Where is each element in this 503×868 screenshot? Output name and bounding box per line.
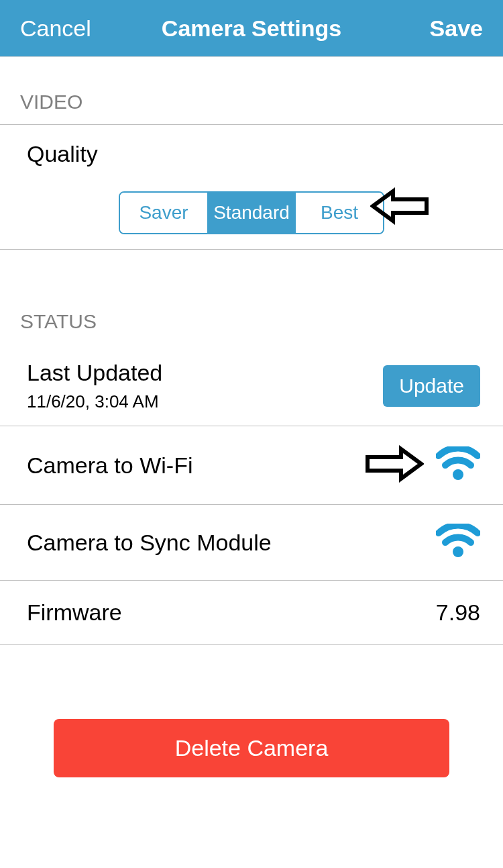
save-button[interactable]: Save [430, 15, 483, 42]
svg-point-1 [453, 546, 463, 557]
last-updated-time: 11/6/20, 3:04 AM [27, 391, 162, 412]
wifi-signal-icon [436, 446, 480, 484]
quality-option-saver[interactable]: Saver [120, 193, 207, 233]
camera-wifi-row: Camera to Wi-Fi [0, 426, 503, 505]
svg-point-0 [453, 469, 463, 480]
firmware-value: 7.98 [436, 599, 480, 626]
status-section-header: STATUS [0, 250, 503, 346]
camera-sync-label: Camera to Sync Module [27, 530, 272, 556]
camera-wifi-label: Camera to Wi-Fi [27, 452, 192, 479]
status-list: Last Updated 11/6/20, 3:04 AM Update Cam… [0, 346, 503, 645]
wifi-signal-icon [436, 524, 480, 561]
last-updated-label: Last Updated [27, 360, 162, 386]
firmware-row: Firmware 7.98 [0, 581, 503, 645]
cancel-button[interactable]: Cancel [20, 15, 91, 42]
arrow-right-annotation-icon [365, 445, 424, 485]
update-button[interactable]: Update [383, 365, 480, 407]
quality-segmented-control[interactable]: Saver Standard Best [119, 191, 384, 234]
quality-label: Quality [27, 141, 476, 167]
quality-row: Quality Saver Standard Best [0, 125, 503, 250]
camera-sync-row: Camera to Sync Module [0, 505, 503, 581]
video-section-header: VIDEO [0, 57, 503, 125]
navigation-bar: Cancel Camera Settings Save [0, 0, 503, 57]
quality-option-standard[interactable]: Standard [207, 193, 295, 233]
last-updated-row: Last Updated 11/6/20, 3:04 AM Update [0, 346, 503, 426]
firmware-label: Firmware [27, 599, 122, 626]
page-title: Camera Settings [162, 15, 341, 42]
delete-camera-button[interactable]: Delete Camera [54, 719, 449, 777]
arrow-left-annotation-icon [370, 186, 429, 229]
